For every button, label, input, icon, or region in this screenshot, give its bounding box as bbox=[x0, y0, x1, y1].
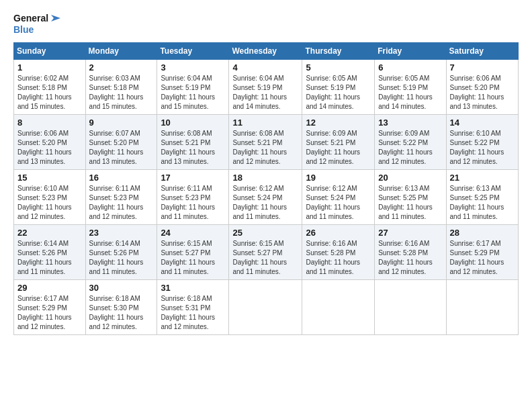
day-number: 2 bbox=[89, 62, 154, 73]
calendar-cell: 23Sunrise: 6:14 AMSunset: 5:26 PMDayligh… bbox=[85, 224, 157, 279]
page: General Blue SundayMondayTuesdayWednesda… bbox=[0, 0, 532, 411]
calendar-cell: 11Sunrise: 6:08 AMSunset: 5:21 PMDayligh… bbox=[229, 114, 302, 169]
day-info: Sunrise: 6:10 AMSunset: 5:22 PMDaylight:… bbox=[450, 129, 515, 167]
day-number: 1 bbox=[17, 62, 82, 73]
calendar-cell: 8Sunrise: 6:06 AMSunset: 5:20 PMDaylight… bbox=[14, 114, 86, 169]
calendar-week-row: 15Sunrise: 6:10 AMSunset: 5:23 PMDayligh… bbox=[14, 169, 519, 224]
calendar-cell bbox=[375, 279, 446, 334]
calendar-cell bbox=[229, 279, 302, 334]
day-number: 18 bbox=[232, 173, 298, 183]
day-header-sunday: Sunday bbox=[14, 42, 86, 59]
day-number: 16 bbox=[89, 173, 154, 183]
logo-arrow-icon bbox=[50, 12, 62, 24]
day-info: Sunrise: 6:09 AMSunset: 5:22 PMDaylight:… bbox=[378, 129, 442, 167]
day-info: Sunrise: 6:08 AMSunset: 5:21 PMDaylight:… bbox=[161, 129, 225, 167]
calendar-week-row: 1Sunrise: 6:02 AMSunset: 5:18 PMDaylight… bbox=[14, 59, 519, 114]
day-number: 26 bbox=[306, 228, 371, 238]
calendar-cell: 13Sunrise: 6:09 AMSunset: 5:22 PMDayligh… bbox=[375, 114, 446, 169]
day-info: Sunrise: 6:18 AMSunset: 5:31 PMDaylight:… bbox=[161, 294, 225, 332]
day-number: 29 bbox=[17, 283, 82, 293]
day-info: Sunrise: 6:18 AMSunset: 5:30 PMDaylight:… bbox=[89, 294, 154, 332]
day-info: Sunrise: 6:13 AMSunset: 5:25 PMDaylight:… bbox=[450, 184, 515, 222]
calendar-cell: 18Sunrise: 6:12 AMSunset: 5:24 PMDayligh… bbox=[229, 169, 302, 224]
day-header-friday: Friday bbox=[375, 42, 446, 59]
day-info: Sunrise: 6:17 AMSunset: 5:29 PMDaylight:… bbox=[17, 294, 82, 332]
calendar-cell: 9Sunrise: 6:07 AMSunset: 5:20 PMDaylight… bbox=[85, 114, 157, 169]
calendar-table: SundayMondayTuesdayWednesdayThursdayFrid… bbox=[13, 42, 519, 335]
header: General Blue bbox=[13, 12, 519, 36]
day-number: 4 bbox=[232, 62, 298, 73]
day-number: 24 bbox=[161, 228, 225, 238]
day-info: Sunrise: 6:06 AMSunset: 5:20 PMDaylight:… bbox=[17, 129, 82, 167]
calendar-cell: 7Sunrise: 6:06 AMSunset: 5:20 PMDaylight… bbox=[446, 59, 518, 114]
calendar-cell: 17Sunrise: 6:11 AMSunset: 5:23 PMDayligh… bbox=[157, 169, 229, 224]
day-number: 9 bbox=[89, 118, 154, 128]
svg-marker-0 bbox=[51, 15, 60, 21]
day-info: Sunrise: 6:14 AMSunset: 5:26 PMDaylight:… bbox=[89, 239, 154, 277]
day-info: Sunrise: 6:14 AMSunset: 5:26 PMDaylight:… bbox=[17, 239, 82, 277]
day-number: 25 bbox=[232, 228, 298, 238]
day-info: Sunrise: 6:11 AMSunset: 5:23 PMDaylight:… bbox=[89, 184, 154, 222]
day-header-thursday: Thursday bbox=[302, 42, 375, 59]
calendar-cell: 15Sunrise: 6:10 AMSunset: 5:23 PMDayligh… bbox=[14, 169, 86, 224]
calendar-cell: 4Sunrise: 6:04 AMSunset: 5:19 PMDaylight… bbox=[229, 59, 302, 114]
day-number: 30 bbox=[89, 283, 154, 293]
calendar-cell: 14Sunrise: 6:10 AMSunset: 5:22 PMDayligh… bbox=[446, 114, 518, 169]
calendar-cell: 19Sunrise: 6:12 AMSunset: 5:24 PMDayligh… bbox=[302, 169, 375, 224]
calendar-cell: 16Sunrise: 6:11 AMSunset: 5:23 PMDayligh… bbox=[85, 169, 157, 224]
day-number: 14 bbox=[450, 118, 515, 128]
calendar-cell: 30Sunrise: 6:18 AMSunset: 5:30 PMDayligh… bbox=[85, 279, 157, 334]
day-info: Sunrise: 6:05 AMSunset: 5:19 PMDaylight:… bbox=[306, 74, 371, 111]
day-number: 10 bbox=[161, 118, 225, 128]
calendar-cell: 31Sunrise: 6:18 AMSunset: 5:31 PMDayligh… bbox=[157, 279, 229, 334]
day-info: Sunrise: 6:04 AMSunset: 5:19 PMDaylight:… bbox=[232, 74, 298, 111]
day-info: Sunrise: 6:15 AMSunset: 5:27 PMDaylight:… bbox=[232, 239, 298, 277]
day-number: 11 bbox=[232, 118, 298, 128]
calendar-cell: 21Sunrise: 6:13 AMSunset: 5:25 PMDayligh… bbox=[446, 169, 518, 224]
day-number: 23 bbox=[89, 228, 154, 238]
calendar-cell: 2Sunrise: 6:03 AMSunset: 5:18 PMDaylight… bbox=[85, 59, 157, 114]
day-info: Sunrise: 6:08 AMSunset: 5:21 PMDaylight:… bbox=[232, 129, 298, 167]
day-number: 12 bbox=[306, 118, 371, 128]
day-number: 8 bbox=[17, 118, 82, 128]
day-header-tuesday: Tuesday bbox=[157, 42, 229, 59]
calendar-cell: 3Sunrise: 6:04 AMSunset: 5:19 PMDaylight… bbox=[157, 59, 229, 114]
day-info: Sunrise: 6:15 AMSunset: 5:27 PMDaylight:… bbox=[161, 239, 225, 277]
calendar-cell: 12Sunrise: 6:09 AMSunset: 5:21 PMDayligh… bbox=[302, 114, 375, 169]
calendar-week-row: 22Sunrise: 6:14 AMSunset: 5:26 PMDayligh… bbox=[14, 224, 519, 279]
day-info: Sunrise: 6:12 AMSunset: 5:24 PMDaylight:… bbox=[232, 184, 298, 222]
calendar-cell: 10Sunrise: 6:08 AMSunset: 5:21 PMDayligh… bbox=[157, 114, 229, 169]
calendar-cell: 29Sunrise: 6:17 AMSunset: 5:29 PMDayligh… bbox=[14, 279, 86, 334]
day-number: 28 bbox=[450, 228, 515, 238]
calendar-cell: 27Sunrise: 6:16 AMSunset: 5:28 PMDayligh… bbox=[375, 224, 446, 279]
calendar-cell: 1Sunrise: 6:02 AMSunset: 5:18 PMDaylight… bbox=[14, 59, 86, 114]
day-info: Sunrise: 6:05 AMSunset: 5:19 PMDaylight:… bbox=[378, 74, 442, 111]
day-info: Sunrise: 6:07 AMSunset: 5:20 PMDaylight:… bbox=[89, 129, 154, 167]
day-info: Sunrise: 6:11 AMSunset: 5:23 PMDaylight:… bbox=[161, 184, 225, 222]
calendar-cell: 24Sunrise: 6:15 AMSunset: 5:27 PMDayligh… bbox=[157, 224, 229, 279]
day-header-saturday: Saturday bbox=[446, 42, 518, 59]
day-info: Sunrise: 6:16 AMSunset: 5:28 PMDaylight:… bbox=[306, 239, 371, 277]
day-info: Sunrise: 6:17 AMSunset: 5:29 PMDaylight:… bbox=[450, 239, 515, 277]
calendar-cell bbox=[446, 279, 518, 334]
day-number: 5 bbox=[306, 62, 371, 73]
day-number: 13 bbox=[378, 118, 442, 128]
calendar-cell: 20Sunrise: 6:13 AMSunset: 5:25 PMDayligh… bbox=[375, 169, 446, 224]
day-number: 21 bbox=[450, 173, 515, 183]
day-info: Sunrise: 6:04 AMSunset: 5:19 PMDaylight:… bbox=[161, 74, 225, 111]
day-info: Sunrise: 6:13 AMSunset: 5:25 PMDaylight:… bbox=[378, 184, 442, 222]
calendar-cell: 6Sunrise: 6:05 AMSunset: 5:19 PMDaylight… bbox=[375, 59, 446, 114]
day-number: 6 bbox=[378, 62, 442, 73]
day-info: Sunrise: 6:12 AMSunset: 5:24 PMDaylight:… bbox=[306, 184, 371, 222]
logo: General Blue bbox=[13, 12, 62, 36]
calendar-cell: 26Sunrise: 6:16 AMSunset: 5:28 PMDayligh… bbox=[302, 224, 375, 279]
logo-text: General Blue bbox=[13, 12, 62, 36]
day-number: 7 bbox=[450, 62, 515, 73]
day-info: Sunrise: 6:02 AMSunset: 5:18 PMDaylight:… bbox=[17, 74, 82, 111]
day-number: 31 bbox=[161, 283, 225, 293]
day-header-monday: Monday bbox=[85, 42, 157, 59]
calendar-header-row: SundayMondayTuesdayWednesdayThursdayFrid… bbox=[14, 42, 519, 59]
day-info: Sunrise: 6:16 AMSunset: 5:28 PMDaylight:… bbox=[378, 239, 442, 277]
day-info: Sunrise: 6:10 AMSunset: 5:23 PMDaylight:… bbox=[17, 184, 82, 222]
calendar-cell: 28Sunrise: 6:17 AMSunset: 5:29 PMDayligh… bbox=[446, 224, 518, 279]
